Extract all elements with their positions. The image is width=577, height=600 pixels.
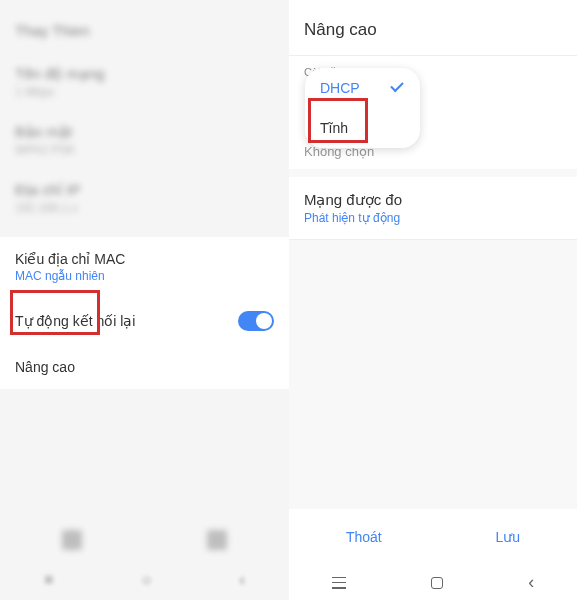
home-icon[interactable] [431,577,443,589]
blurred-tabs [0,520,289,560]
blurred-text: 192.168.1.x [15,201,274,215]
system-nav-bar: ‹ [289,565,577,600]
dropdown-option-static[interactable]: Tĩnh [305,108,420,148]
bottom-action-bar: Thoát Lưu [289,509,577,565]
back-icon[interactable]: ‹ [528,572,534,593]
metered-value: Phát hiện tự động [304,211,562,225]
blurred-nav: ≡○‹ [0,560,289,600]
mac-address-row[interactable]: Kiểu địa chỉ MAC MAC ngẫu nhiên [0,237,289,297]
auto-reconnect-row[interactable]: Tự động kết nối lại [0,297,289,345]
blurred-text: WPA2 PSK [15,143,274,157]
blurred-text: Bảo mật [15,123,274,141]
metered-network-row[interactable]: Mạng được đo Phát hiện tự động [289,177,577,240]
recent-apps-icon[interactable] [332,577,346,589]
mac-label: Kiểu địa chỉ MAC [15,251,274,267]
mac-value: MAC ngẫu nhiên [15,269,274,283]
advanced-row[interactable]: Nâng cao [0,345,289,389]
save-button[interactable]: Lưu [466,524,551,550]
static-label: Tĩnh [320,120,348,136]
left-settings-panel: Thay Thien Tên độ mạng 1 Mbps Bảo mật WP… [0,0,289,600]
blurred-text: Thay Thien [15,22,274,39]
check-icon [389,82,405,94]
page-title: Nâng cao [304,20,562,40]
blurred-background: Thay Thien Tên độ mạng 1 Mbps Bảo mật WP… [0,0,289,237]
advanced-label: Nâng cao [15,359,274,375]
dhcp-label: DHCP [320,80,360,96]
exit-button[interactable]: Thoát [316,524,412,550]
dropdown-option-dhcp[interactable]: DHCP [305,68,420,108]
ip-dropdown-popup: DHCP Tĩnh [305,68,420,148]
advanced-header: Nâng cao [289,0,577,56]
blurred-text: 1 Mbps [15,85,274,99]
auto-reconnect-label: Tự động kết nối lại [15,313,135,329]
toggle-switch-on[interactable] [238,311,274,331]
clear-settings-section: Kiểu địa chỉ MAC MAC ngẫu nhiên Tự động … [0,237,289,389]
blurred-text: Địa chỉ IP [15,181,274,199]
metered-label: Mạng được đo [304,191,562,209]
blurred-text: Tên độ mạng [15,65,274,83]
